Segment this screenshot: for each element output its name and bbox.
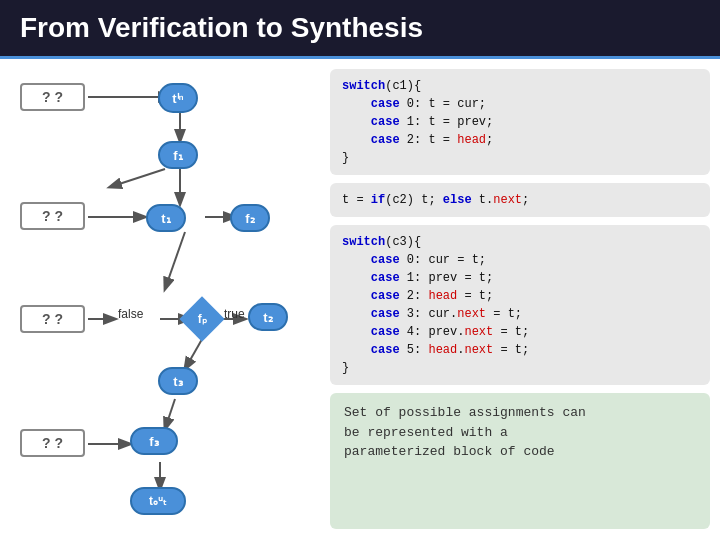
diagram-area: ? ? ? ? ? ? ? ? tᴵⁿ f₁ t₁ f₂ false (10, 69, 320, 529)
qmark-2: ? ? (20, 202, 85, 230)
title-bar: From Verification to Synthesis (0, 0, 720, 59)
node-t3: t₃ (158, 367, 198, 395)
false-label: false (118, 307, 143, 321)
node-tin: tᴵⁿ (158, 83, 198, 113)
qmark-4: ? ? (20, 429, 85, 457)
code-area: switch(c1){ case 0: t = cur; case 1: t =… (330, 69, 710, 529)
node-fp: fₚ (179, 296, 224, 341)
code-block-1: switch(c1){ case 0: t = cur; case 1: t =… (330, 69, 710, 175)
code-block-3: switch(c3){ case 0: cur = t; case 1: pre… (330, 225, 710, 385)
node-f3: f₃ (130, 427, 178, 455)
node-tout: tₒᵘₜ (130, 487, 186, 515)
node-f1: f₁ (158, 141, 198, 169)
qmark-1: ? ? (20, 83, 85, 111)
node-t1: t₁ (146, 204, 186, 232)
true-label: true (224, 307, 245, 321)
svg-line-2 (110, 169, 165, 187)
node-t2: t₂ (248, 303, 288, 331)
qmark-3: ? ? (20, 305, 85, 333)
code-block-2: t = if(c2) t; else t.next; (330, 183, 710, 217)
page-title: From Verification to Synthesis (20, 12, 423, 43)
diagram-arrows (10, 69, 320, 529)
svg-line-6 (165, 232, 185, 289)
svg-line-11 (165, 399, 175, 429)
info-box: Set of possible assignments can be repre… (330, 393, 710, 529)
node-f2: f₂ (230, 204, 270, 232)
